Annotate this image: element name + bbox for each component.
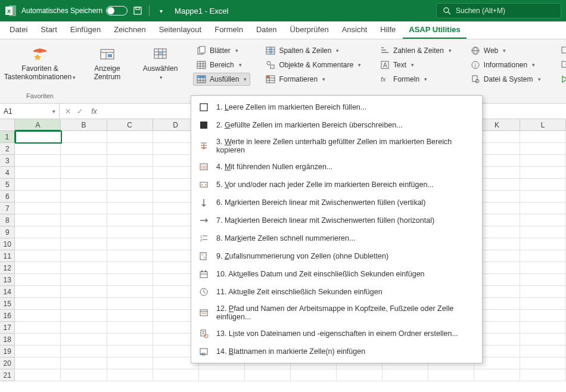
cell[interactable] <box>107 131 153 143</box>
cell[interactable] <box>107 310 153 322</box>
cell[interactable] <box>61 167 107 179</box>
cell[interactable] <box>15 310 61 322</box>
cell[interactable] <box>107 167 153 179</box>
tab-daten[interactable]: Daten <box>250 21 283 39</box>
cell[interactable] <box>107 238 153 250</box>
menu-item-7[interactable]: 7. Markierten Bereich linear mit Zwische… <box>191 211 482 229</box>
menu-item-1[interactable]: 1. Leere Zellen im markierten Bereich fü… <box>191 98 482 116</box>
cell[interactable] <box>61 274 107 286</box>
cell[interactable] <box>428 369 474 381</box>
cell[interactable] <box>520 274 566 286</box>
cell[interactable] <box>61 191 107 203</box>
bereich-button[interactable]: Bereich▾ <box>193 58 250 71</box>
datei-system-button[interactable]: Datei & System▾ <box>467 73 545 86</box>
cell[interactable] <box>199 369 245 381</box>
menu-item-2[interactable]: 2. Gefüllte Zellen im markierten Bereich… <box>191 116 482 134</box>
cell[interactable] <box>520 226 566 238</box>
favoriten-button[interactable]: Favoriten & Tastenkombinationen▾ <box>5 43 75 84</box>
cell[interactable] <box>61 286 107 298</box>
cell[interactable] <box>107 357 153 369</box>
cell[interactable] <box>61 298 107 310</box>
tab-formeln[interactable]: Formeln <box>209 21 249 39</box>
column-header[interactable]: B <box>61 119 107 131</box>
tab-einfügen[interactable]: Einfügen <box>64 21 107 39</box>
cell[interactable] <box>107 346 153 357</box>
cell[interactable] <box>520 334 566 346</box>
formatieren-button[interactable]: Formatieren▾ <box>262 73 365 86</box>
cell[interactable] <box>107 143 153 155</box>
objekte-kommentare-button[interactable]: Objekte & Kommentare▾ <box>262 58 365 71</box>
cell[interactable] <box>15 238 61 250</box>
cell[interactable] <box>382 369 428 381</box>
cell[interactable] <box>15 357 61 369</box>
row-header[interactable]: 21 <box>0 369 15 381</box>
cell[interactable] <box>61 131 107 143</box>
quick-access-dropdown-icon[interactable]: ▾ <box>156 5 166 16</box>
tab-ansicht[interactable]: Ansicht <box>336 21 374 39</box>
cancel-icon[interactable]: ✕ <box>63 107 73 116</box>
row-header[interactable]: 16 <box>0 310 15 322</box>
row-header[interactable]: 10 <box>0 238 15 250</box>
row-header[interactable]: 14 <box>0 286 15 298</box>
cell[interactable] <box>15 346 61 357</box>
cell[interactable] <box>61 203 107 214</box>
cell[interactable] <box>520 191 566 203</box>
web-button[interactable]: Web▾ <box>467 44 545 57</box>
menu-item-8[interactable]: 128. Markierte Zellen schnell nummeriere… <box>191 229 482 247</box>
cell[interactable] <box>61 369 107 381</box>
cell[interactable] <box>520 369 566 381</box>
cell[interactable] <box>15 226 61 238</box>
cell[interactable] <box>291 369 337 381</box>
cell[interactable] <box>107 179 153 191</box>
spalten-zeilen-button[interactable]: Spalten & Zeilen▾ <box>262 44 365 57</box>
menu-item-13[interactable]: 13. Liste von Dateinamen und -eigenschaf… <box>191 325 482 343</box>
row-header[interactable]: 1 <box>0 131 15 143</box>
anzeige-zentrum-button[interactable]: Anzeige Zentrum <box>87 43 127 83</box>
select-all-corner[interactable] <box>0 119 15 131</box>
cell[interactable] <box>61 334 107 346</box>
cell[interactable] <box>520 310 566 322</box>
cell[interactable] <box>474 369 520 381</box>
cell[interactable] <box>107 334 153 346</box>
cell[interactable] <box>520 286 566 298</box>
menu-item-11[interactable]: 11. Aktuelle Zeit einschließlich Sekunde… <box>191 283 482 301</box>
cell[interactable] <box>61 143 107 155</box>
formeln-button[interactable]: fxFormeln▾ <box>377 73 455 86</box>
auswaehlen-button[interactable]: Auswählen▾ <box>139 43 181 84</box>
text-button[interactable]: AText▾ <box>377 58 455 71</box>
cell[interactable] <box>520 262 566 274</box>
row-header[interactable]: 18 <box>0 334 15 346</box>
cell[interactable] <box>15 167 61 179</box>
cell[interactable] <box>520 250 566 262</box>
cell[interactable] <box>520 214 566 226</box>
cell[interactable] <box>520 167 566 179</box>
row-header[interactable]: 13 <box>0 274 15 286</box>
row-header[interactable]: 7 <box>0 203 15 214</box>
menu-item-6[interactable]: 6. Markierten Bereich linear mit Zwische… <box>191 194 482 211</box>
row-header[interactable]: 2 <box>0 143 15 155</box>
menu-item-12[interactable]: 12. Pfad und Namen der Arbeitsmappe in K… <box>191 301 482 325</box>
blaetter-button[interactable]: Blätter▾ <box>193 44 250 57</box>
tab-zeichnen[interactable]: Zeichnen <box>108 21 151 39</box>
cell[interactable] <box>15 250 61 262</box>
cell[interactable] <box>15 155 61 167</box>
fx-label[interactable]: fx <box>89 107 99 116</box>
row-header[interactable]: 6 <box>0 191 15 203</box>
import-button[interactable]: Import▾ <box>556 44 566 57</box>
menu-item-4[interactable]: 004. Mit führenden Nullen ergänzen... <box>191 158 482 176</box>
cell[interactable] <box>15 322 61 334</box>
menu-item-10[interactable]: 10. Aktuelles Datum und Zeit einschließl… <box>191 265 482 283</box>
tab-seitenlayout[interactable]: Seitenlayout <box>153 21 208 39</box>
cell[interactable] <box>61 346 107 357</box>
informationen-button[interactable]: iInformationen▾ <box>467 58 545 71</box>
search-box[interactable]: Suchen (Alt+M) <box>436 3 561 18</box>
cell[interactable] <box>107 214 153 226</box>
cell[interactable] <box>15 203 61 214</box>
cell[interactable] <box>520 238 566 250</box>
cell[interactable] <box>61 155 107 167</box>
column-header[interactable]: C <box>107 119 153 131</box>
row-header[interactable]: 12 <box>0 262 15 274</box>
cell[interactable] <box>520 322 566 334</box>
tab-datei[interactable]: Datei <box>4 21 33 39</box>
row-header[interactable]: 15 <box>0 298 15 310</box>
